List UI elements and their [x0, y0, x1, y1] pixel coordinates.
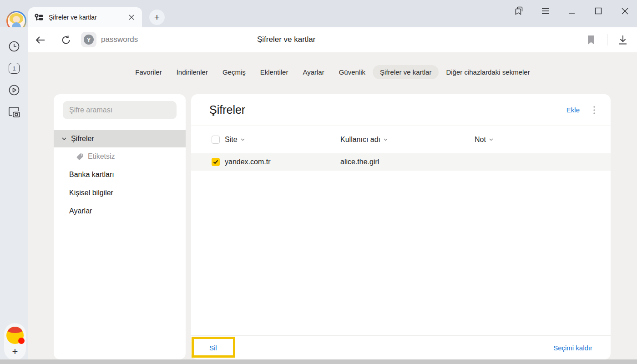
sidebar-item-label: Etiketsiz — [88, 152, 115, 161]
address-bar-text[interactable]: passwords — [101, 35, 138, 44]
column-note[interactable]: Not — [475, 136, 486, 144]
table-header-row: Site Kullanıcı adı Not — [191, 126, 611, 153]
toolbar: Y passwords Şifreler ve kartlar — [28, 27, 637, 52]
nav-eklentiler[interactable]: Eklentiler — [253, 65, 296, 79]
minimize-icon[interactable] — [566, 5, 578, 17]
window-bottom-edge — [0, 359, 637, 364]
kebab-menu-icon[interactable] — [593, 106, 595, 114]
clear-selection-button[interactable]: Seçimi kaldır — [553, 344, 592, 352]
history-icon[interactable] — [0, 37, 28, 56]
yandex-logo-icon: Y — [84, 35, 94, 45]
key-card-icon — [35, 14, 43, 21]
tab-title: Şifreler ve kartlar — [49, 14, 126, 21]
add-password-button[interactable]: Ekle — [566, 106, 580, 114]
selection-footer: Sil Seçimi kaldır — [191, 335, 611, 359]
nav-sifreler-ve-kartlar[interactable]: Şifreler ve kartlar — [373, 65, 439, 79]
tag-icon — [76, 153, 84, 160]
add-shortcut-icon[interactable]: + — [12, 347, 18, 357]
play-icon[interactable] — [0, 81, 28, 99]
back-icon[interactable] — [34, 33, 47, 47]
select-all-checkbox[interactable] — [212, 136, 220, 144]
passwords-side-panel: Şifreler Etiketsiz Banka kartları Kişise… — [54, 94, 186, 359]
nav-favoriler[interactable]: Favoriler — [128, 65, 169, 79]
sidebar-item-label: Banka kartları — [69, 171, 114, 179]
content-area: Favoriler İndirilenler Geçmiş Eklentiler… — [28, 52, 637, 359]
sort-chevron-icon[interactable] — [489, 138, 493, 141]
screenshot-icon[interactable] — [0, 103, 28, 121]
sidebar-item-sifreler[interactable]: Şifreler — [54, 130, 186, 147]
row-username: alice.the.girl — [340, 158, 379, 166]
site-favicon-badge[interactable]: Y — [81, 32, 96, 47]
nav-indirilenler[interactable]: İndirilenler — [169, 65, 215, 79]
chevron-down-icon — [62, 137, 66, 140]
pinned-apps-pill: + — [4, 323, 26, 360]
yandex-mail-icon[interactable] — [6, 327, 24, 344]
menu-icon[interactable] — [540, 5, 551, 17]
sidebar-item-kisisel-bilgiler[interactable]: Kişisel bilgiler — [54, 184, 186, 202]
sidebar-item-etiketsiz[interactable]: Etiketsiz — [54, 147, 186, 166]
password-row[interactable]: yandex.com.tr alice.the.girl — [191, 153, 611, 171]
toolbar-divider — [607, 34, 607, 46]
titlebar: Şifreler ve kartlar + — [0, 0, 637, 27]
nav-diger-cihazlar[interactable]: Diğer cihazlardaki sekmeler — [439, 65, 537, 79]
sidebar-item-label: Şifreler — [71, 135, 94, 143]
reload-icon[interactable] — [59, 33, 73, 47]
passwords-main-panel: Şifreler Ekle Site Kullanıcı adı — [191, 94, 611, 359]
tab-counter[interactable]: 1 — [0, 59, 28, 77]
delete-button[interactable]: Sil — [209, 344, 217, 352]
tab-counter-value: 1 — [9, 63, 20, 74]
column-site[interactable]: Site — [225, 136, 238, 144]
nav-guvenlik[interactable]: Güvenlik — [332, 65, 373, 79]
row-site: yandex.com.tr — [225, 158, 270, 166]
browser-tab[interactable]: Şifreler ve kartlar — [28, 7, 142, 27]
left-sidebar: 1 + — [0, 27, 28, 359]
new-tab-button[interactable]: + — [149, 10, 165, 25]
sort-chevron-icon[interactable] — [241, 138, 245, 141]
password-search-input[interactable] — [63, 101, 177, 119]
nav-gecmis[interactable]: Geçmiş — [215, 65, 253, 79]
sort-chevron-icon[interactable] — [384, 138, 388, 141]
passwords-header: Şifreler Ekle — [191, 94, 611, 126]
close-window-icon[interactable] — [619, 5, 631, 17]
side-list: Şifreler Etiketsiz Banka kartları Kişise… — [54, 130, 186, 220]
settings-nav: Favoriler İndirilenler Geçmiş Eklentiler… — [28, 65, 637, 79]
page-title: Şifreler — [209, 103, 245, 116]
maximize-icon[interactable] — [592, 5, 604, 17]
row-checkbox-checked[interactable] — [212, 158, 220, 166]
tab-close-icon[interactable] — [126, 12, 136, 22]
column-username[interactable]: Kullanıcı adı — [340, 136, 380, 144]
download-icon[interactable] — [616, 33, 630, 47]
sidebar-item-ayarlar[interactable]: Ayarlar — [54, 202, 186, 220]
toolbar-page-title: Şifreler ve kartlar — [257, 35, 315, 44]
side-panel-icon[interactable] — [513, 5, 525, 17]
sidebar-item-label: Kişisel bilgiler — [69, 189, 113, 197]
bookmark-icon[interactable] — [584, 33, 598, 47]
sidebar-item-banka-kartlari[interactable]: Banka kartları — [54, 166, 186, 184]
nav-ayarlar[interactable]: Ayarlar — [295, 65, 331, 79]
sidebar-item-label: Ayarlar — [69, 207, 92, 215]
